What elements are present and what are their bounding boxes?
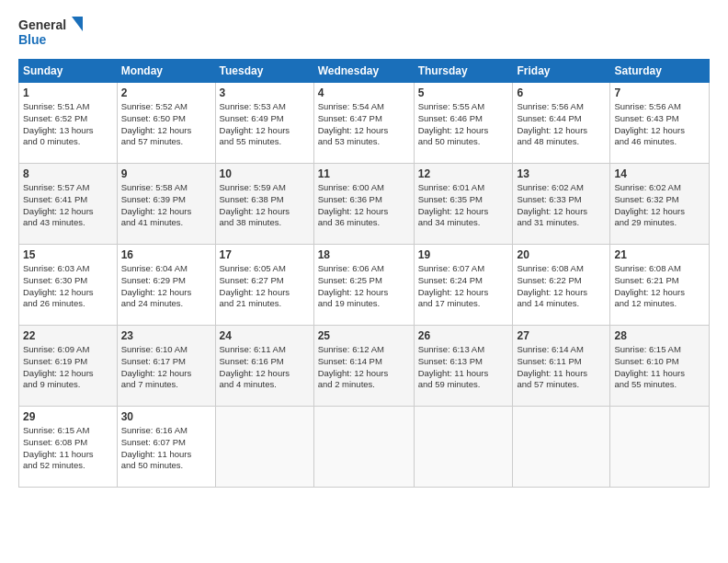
day-number: 22 — [23, 329, 113, 342]
calendar-cell: 4Sunrise: 5:54 AMSunset: 6:47 PMDaylight… — [313, 83, 414, 164]
calendar-cell: 18Sunrise: 6:06 AMSunset: 6:25 PMDayligh… — [313, 245, 414, 326]
calendar-cell: 28Sunrise: 6:15 AMSunset: 6:10 PMDayligh… — [610, 326, 710, 407]
calendar-cell: 10Sunrise: 5:59 AMSunset: 6:38 PMDayligh… — [215, 164, 313, 245]
cell-content: Sunrise: 5:59 AMSunset: 6:38 PMDaylight:… — [220, 182, 310, 229]
week-row-3: 15Sunrise: 6:03 AMSunset: 6:30 PMDayligh… — [19, 245, 710, 326]
day-number: 30 — [121, 410, 211, 423]
calendar-cell: 12Sunrise: 6:01 AMSunset: 6:35 PMDayligh… — [414, 164, 513, 245]
calendar-cell: 2Sunrise: 5:52 AMSunset: 6:50 PMDaylight… — [117, 83, 215, 164]
cell-content: Sunrise: 6:08 AMSunset: 6:22 PMDaylight:… — [517, 263, 606, 310]
calendar-cell: 17Sunrise: 6:05 AMSunset: 6:27 PMDayligh… — [215, 245, 313, 326]
weekday-header-tuesday: Tuesday — [215, 60, 313, 83]
calendar-cell — [513, 407, 610, 488]
day-number: 21 — [614, 248, 705, 261]
cell-content: Sunrise: 6:04 AMSunset: 6:29 PMDaylight:… — [121, 263, 211, 310]
day-number: 5 — [418, 86, 509, 99]
day-number: 13 — [517, 167, 606, 180]
weekday-header-thursday: Thursday — [414, 60, 513, 83]
cell-content: Sunrise: 6:12 AMSunset: 6:14 PMDaylight:… — [318, 344, 410, 391]
logo-svg: General Blue — [18, 15, 83, 50]
calendar-cell: 25Sunrise: 6:12 AMSunset: 6:14 PMDayligh… — [313, 326, 414, 407]
week-row-4: 22Sunrise: 6:09 AMSunset: 6:19 PMDayligh… — [19, 326, 710, 407]
cell-content: Sunrise: 6:03 AMSunset: 6:30 PMDaylight:… — [23, 263, 113, 310]
day-number: 3 — [220, 86, 310, 99]
calendar-cell: 14Sunrise: 6:02 AMSunset: 6:32 PMDayligh… — [610, 164, 710, 245]
calendar-cell: 9Sunrise: 5:58 AMSunset: 6:39 PMDaylight… — [117, 164, 215, 245]
cell-content: Sunrise: 6:00 AMSunset: 6:36 PMDaylight:… — [318, 182, 410, 229]
day-number: 1 — [23, 86, 113, 99]
calendar-cell — [414, 407, 513, 488]
cell-content: Sunrise: 5:52 AMSunset: 6:50 PMDaylight:… — [121, 101, 211, 148]
day-number: 23 — [121, 329, 211, 342]
cell-content: Sunrise: 6:11 AMSunset: 6:16 PMDaylight:… — [220, 344, 310, 391]
weekday-header-monday: Monday — [117, 60, 215, 83]
calendar-cell: 3Sunrise: 5:53 AMSunset: 6:49 PMDaylight… — [215, 83, 313, 164]
day-number: 15 — [23, 248, 113, 261]
calendar-cell — [610, 407, 710, 488]
cell-content: Sunrise: 6:07 AMSunset: 6:24 PMDaylight:… — [418, 263, 509, 310]
weekday-header-wednesday: Wednesday — [313, 60, 414, 83]
calendar-cell: 16Sunrise: 6:04 AMSunset: 6:29 PMDayligh… — [117, 245, 215, 326]
cell-content: Sunrise: 6:02 AMSunset: 6:32 PMDaylight:… — [614, 182, 705, 229]
day-number: 19 — [418, 248, 509, 261]
page-header: General Blue — [18, 15, 710, 50]
cell-content: Sunrise: 5:55 AMSunset: 6:46 PMDaylight:… — [418, 101, 509, 148]
calendar-cell: 6Sunrise: 5:56 AMSunset: 6:44 PMDaylight… — [513, 83, 610, 164]
cell-content: Sunrise: 6:09 AMSunset: 6:19 PMDaylight:… — [23, 344, 113, 391]
cell-content: Sunrise: 5:57 AMSunset: 6:41 PMDaylight:… — [23, 182, 113, 229]
day-number: 14 — [614, 167, 705, 180]
day-number: 27 — [517, 329, 606, 342]
calendar-cell: 19Sunrise: 6:07 AMSunset: 6:24 PMDayligh… — [414, 245, 513, 326]
week-row-5: 29Sunrise: 6:15 AMSunset: 6:08 PMDayligh… — [19, 407, 710, 488]
calendar-cell: 1Sunrise: 5:51 AMSunset: 6:52 PMDaylight… — [19, 83, 118, 164]
cell-content: Sunrise: 5:56 AMSunset: 6:43 PMDaylight:… — [614, 101, 705, 148]
svg-text:General: General — [18, 17, 66, 32]
calendar-cell: 22Sunrise: 6:09 AMSunset: 6:19 PMDayligh… — [19, 326, 118, 407]
svg-text:Blue: Blue — [18, 32, 47, 47]
svg-marker-2 — [72, 17, 83, 31]
cell-content: Sunrise: 6:02 AMSunset: 6:33 PMDaylight:… — [517, 182, 606, 229]
day-number: 12 — [418, 167, 509, 180]
day-number: 2 — [121, 86, 211, 99]
day-number: 20 — [517, 248, 606, 261]
day-number: 9 — [121, 167, 211, 180]
day-number: 6 — [517, 86, 606, 99]
weekday-header-friday: Friday — [513, 60, 610, 83]
cell-content: Sunrise: 5:53 AMSunset: 6:49 PMDaylight:… — [220, 101, 310, 148]
day-number: 28 — [614, 329, 705, 342]
calendar-cell — [215, 407, 313, 488]
week-row-2: 8Sunrise: 5:57 AMSunset: 6:41 PMDaylight… — [19, 164, 710, 245]
calendar-cell: 20Sunrise: 6:08 AMSunset: 6:22 PMDayligh… — [513, 245, 610, 326]
cell-content: Sunrise: 6:06 AMSunset: 6:25 PMDaylight:… — [318, 263, 410, 310]
weekday-header-sunday: Sunday — [19, 60, 118, 83]
cell-content: Sunrise: 6:16 AMSunset: 6:07 PMDaylight:… — [121, 425, 211, 472]
calendar-cell: 15Sunrise: 6:03 AMSunset: 6:30 PMDayligh… — [19, 245, 118, 326]
calendar-cell: 13Sunrise: 6:02 AMSunset: 6:33 PMDayligh… — [513, 164, 610, 245]
cell-content: Sunrise: 6:05 AMSunset: 6:27 PMDaylight:… — [220, 263, 310, 310]
cell-content: Sunrise: 5:56 AMSunset: 6:44 PMDaylight:… — [517, 101, 606, 148]
cell-content: Sunrise: 6:15 AMSunset: 6:10 PMDaylight:… — [614, 344, 705, 391]
day-number: 11 — [318, 167, 410, 180]
day-number: 10 — [220, 167, 310, 180]
calendar-table: SundayMondayTuesdayWednesdayThursdayFrid… — [18, 59, 710, 488]
calendar-cell: 21Sunrise: 6:08 AMSunset: 6:21 PMDayligh… — [610, 245, 710, 326]
cell-content: Sunrise: 6:08 AMSunset: 6:21 PMDaylight:… — [614, 263, 705, 310]
day-number: 17 — [220, 248, 310, 261]
day-number: 18 — [318, 248, 410, 261]
calendar-cell: 24Sunrise: 6:11 AMSunset: 6:16 PMDayligh… — [215, 326, 313, 407]
calendar-cell: 30Sunrise: 6:16 AMSunset: 6:07 PMDayligh… — [117, 407, 215, 488]
week-row-1: 1Sunrise: 5:51 AMSunset: 6:52 PMDaylight… — [19, 83, 710, 164]
calendar-cell: 7Sunrise: 5:56 AMSunset: 6:43 PMDaylight… — [610, 83, 710, 164]
day-number: 7 — [614, 86, 705, 99]
logo: General Blue — [18, 15, 83, 50]
calendar-cell: 8Sunrise: 5:57 AMSunset: 6:41 PMDaylight… — [19, 164, 118, 245]
cell-content: Sunrise: 6:13 AMSunset: 6:13 PMDaylight:… — [418, 344, 509, 391]
day-number: 4 — [318, 86, 410, 99]
cell-content: Sunrise: 5:51 AMSunset: 6:52 PMDaylight:… — [23, 101, 113, 148]
cell-content: Sunrise: 6:01 AMSunset: 6:35 PMDaylight:… — [418, 182, 509, 229]
cell-content: Sunrise: 5:54 AMSunset: 6:47 PMDaylight:… — [318, 101, 410, 148]
day-number: 16 — [121, 248, 211, 261]
day-number: 24 — [220, 329, 310, 342]
day-number: 29 — [23, 410, 113, 423]
calendar-header: SundayMondayTuesdayWednesdayThursdayFrid… — [19, 60, 710, 83]
